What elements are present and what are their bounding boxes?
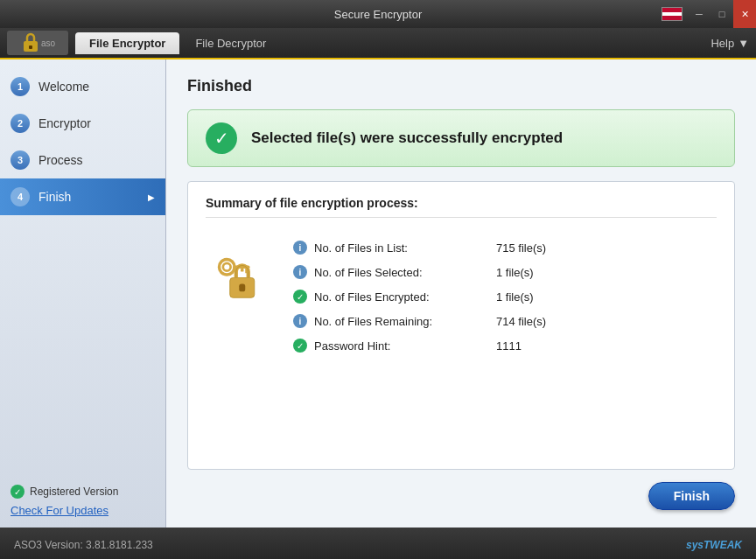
sidebar-bottom: ✓ Registered Version Check For Updates [0, 474, 165, 528]
row-label-files-selected: No. of Files Selected: [314, 266, 489, 279]
row-value-password-hint: 1111 [496, 339, 522, 353]
step-2-circle: 2 [10, 114, 30, 133]
flag-icon [662, 7, 682, 21]
window-controls: ─ □ ✕ [662, 0, 756, 28]
check-icon-encrypted: ✓ [293, 290, 307, 304]
success-banner: ✓ Selected file(s) were successfully enc… [187, 109, 735, 167]
menubar: aso File Encryptor File Decryptor Help ▼ [0, 28, 756, 59]
row-label-files-in-list: No. of Files in List: [314, 241, 489, 255]
row-value-files-in-list: 715 file(s) [496, 241, 546, 255]
nav-tabs: File Encryptor File Decryptor [75, 32, 280, 54]
content-area: Finished ✓ Selected file(s) were success… [166, 59, 756, 528]
registered-line: ✓ Registered Version [10, 485, 155, 499]
row-label-files-encrypted: No. of Files Encrypted: [314, 290, 489, 304]
tab-file-decryptor[interactable]: File Decryptor [181, 32, 280, 54]
svg-rect-6 [241, 269, 244, 272]
table-row: i No. of Files Selected: 1 file(s) [293, 260, 717, 284]
help-chevron-icon: ▼ [738, 37, 749, 50]
row-value-files-remaining: 714 file(s) [496, 315, 546, 328]
brand-label: sysTWEAK [686, 539, 742, 551]
info-icon-1: i [293, 241, 307, 255]
sidebar-item-encryptor[interactable]: 2 Encryptor [0, 105, 165, 142]
row-label-files-remaining: No. of Files Remaining: [314, 315, 489, 328]
step-4-circle: 4 [10, 187, 30, 206]
sidebar-process-label: Process [38, 153, 83, 167]
svg-rect-1 [29, 45, 32, 49]
summary-title: Summary of file encryption process: [206, 196, 717, 218]
check-updates-link[interactable]: Check For Updates [10, 504, 108, 517]
content-footer: Finish [187, 470, 735, 510]
maximize-button[interactable]: □ [710, 0, 733, 28]
table-row: i No. of Files in List: 715 file(s) [293, 235, 717, 260]
sidebar-encryptor-label: Encryptor [38, 116, 91, 130]
help-menu[interactable]: Help ▼ [710, 37, 749, 50]
summary-rows: i No. of Files in List: 715 file(s) i No… [293, 235, 717, 358]
footer-content: ASO3 Version: 3.81.8181.233 sysTWEAK [14, 539, 742, 551]
registered-label: Registered Version [30, 486, 118, 498]
brand-suffix: TWEAK [704, 539, 742, 551]
check-icon-password: ✓ [293, 339, 307, 353]
window-title: Secure Encryptor [334, 8, 422, 21]
sidebar-finish-label: Finish [38, 190, 71, 204]
row-value-files-selected: 1 file(s) [496, 266, 534, 279]
sidebar-item-process[interactable]: 3 Process [0, 142, 165, 178]
step-1-circle: 1 [10, 77, 30, 96]
help-label: Help [710, 37, 734, 50]
sidebar-welcome-label: Welcome [38, 80, 89, 94]
table-row: ✓ Password Hint: 1111 [293, 333, 717, 358]
table-row: ✓ No. of Files Encrypted: 1 file(s) [293, 284, 717, 309]
info-icon-2: i [293, 265, 307, 279]
finish-button[interactable]: Finish [648, 482, 735, 510]
sidebar: 1 Welcome 2 Encryptor 3 Process 4 Finish… [0, 59, 166, 528]
step-3-circle: 3 [10, 150, 30, 170]
table-row: i No. of Files Remaining: 714 file(s) [293, 309, 717, 333]
registered-check-icon: ✓ [10, 485, 24, 499]
app-logo: aso [7, 31, 68, 55]
success-message: Selected file(s) were successfully encry… [251, 129, 563, 147]
lock-keys-icon-area [206, 235, 276, 305]
svg-rect-8 [239, 284, 245, 292]
page-title: Finished [187, 77, 735, 95]
summary-box: Summary of file encryption process: [187, 181, 735, 470]
titlebar: Secure Encryptor ─ □ ✕ [0, 0, 756, 28]
svg-point-2 [220, 260, 235, 276]
footer: ASO3 Version: 3.81.8181.233 sysTWEAK [0, 528, 756, 559]
lock-keys-icon [210, 244, 271, 305]
brand-prefix: sys [686, 539, 704, 551]
sidebar-item-finish[interactable]: 4 Finish ▶ [0, 178, 165, 215]
info-icon-3: i [293, 314, 307, 328]
logo-text: aso [41, 38, 55, 48]
row-value-files-encrypted: 1 file(s) [496, 290, 534, 304]
svg-point-3 [223, 263, 231, 271]
main-container: 1 Welcome 2 Encryptor 3 Process 4 Finish… [0, 59, 756, 528]
summary-content: i No. of Files in List: 715 file(s) i No… [206, 228, 717, 358]
row-label-password-hint: Password Hint: [314, 339, 489, 353]
sidebar-item-welcome[interactable]: 1 Welcome [0, 68, 165, 105]
success-check-icon: ✓ [206, 122, 237, 154]
version-label: ASO3 Version: 3.81.8181.233 [14, 539, 153, 551]
minimize-button[interactable]: ─ [688, 0, 710, 28]
logo-icon [20, 31, 41, 55]
tab-file-encryptor[interactable]: File Encryptor [75, 32, 179, 54]
close-button[interactable]: ✕ [733, 0, 756, 28]
chevron-right-icon: ▶ [148, 192, 155, 202]
